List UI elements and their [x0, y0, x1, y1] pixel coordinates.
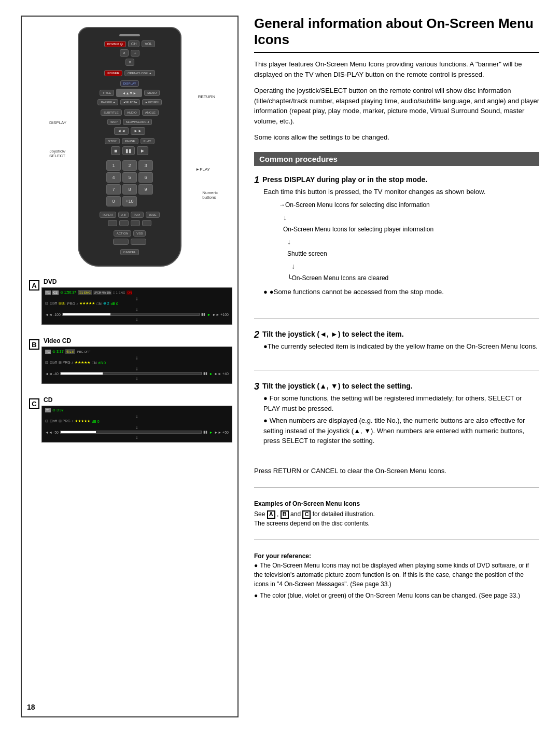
mode-btn[interactable]: MODE	[146, 212, 160, 218]
cd-time: ⊙ 3:37	[52, 408, 64, 412]
action-btn[interactable]: ACTION	[114, 230, 132, 237]
step-1-note: ●Some functions cannot be accessed from …	[263, 287, 539, 297]
play-label-btn: PLAY	[141, 138, 155, 144]
stop-btn[interactable]: ■	[111, 146, 120, 155]
joystick-label: Joystick/SELECT	[49, 149, 65, 158]
intro-paragraph-1: This player features On-Screen Menu Icon…	[254, 59, 539, 79]
btn-3[interactable]: 3	[138, 160, 153, 171]
return-btn[interactable]: ►RETURN	[142, 99, 162, 105]
ch-down-btn[interactable]: ∨	[125, 59, 134, 66]
step-1: 1 Press DISPLAY during play or in the st…	[254, 175, 539, 299]
cancel-label-bottom: CANCEL	[120, 249, 139, 255]
vss-sq[interactable]	[131, 239, 146, 245]
play-label: ►PLAY	[195, 167, 210, 172]
vcd-back: ◄◄ -40	[45, 372, 59, 376]
dvd-back: ◄◄ -100	[45, 313, 61, 316]
step-2-number: 2	[254, 330, 259, 339]
vcd-arrow2: ↓	[45, 366, 229, 371]
pause-btn[interactable]: ▮▮	[122, 146, 135, 155]
menu-btn[interactable]: MENU	[144, 90, 160, 96]
repeat-btn[interactable]: REPEAT	[100, 212, 116, 218]
vcd-row3: ◄◄ -40 ▮▮ ► ►► +40	[45, 371, 229, 376]
cd-play-ind: ►	[209, 431, 213, 434]
slow-search-btn[interactable]: SLOW/SEARCH	[123, 119, 152, 125]
btn-4[interactable]: 4	[106, 172, 121, 183]
display-btn[interactable]: DISPLAY	[120, 80, 139, 87]
btn-10[interactable]: +10	[122, 196, 137, 206]
dvd-audio: ①1 ENG	[78, 290, 92, 295]
stop-label: STOP	[105, 138, 119, 144]
dvd-row3: ◄◄ -100 ▮▮ ► ►► +100	[45, 312, 229, 316]
page-title: General information about On-Screen Menu…	[254, 16, 539, 53]
dvd-stars: ★★★★★	[79, 301, 95, 306]
select-btn[interactable]: ■SELECT■	[120, 99, 140, 105]
joystick-control[interactable]: ◄▲▼►	[116, 89, 142, 97]
cd-db: dB 0	[92, 420, 99, 423]
repeat-sq[interactable]	[108, 220, 117, 226]
play-mode-btn[interactable]: PLAY	[131, 212, 143, 218]
flow-item-4: └On-Screen Menu Icons are cleared	[279, 273, 539, 284]
vcd-play-ind: ►	[209, 372, 213, 376]
vcd-row1: T1 ⊙ 3:37 ① L R PBC OFF	[45, 349, 229, 354]
dvd-sub: □ 1 ENG	[113, 291, 125, 294]
btn-7[interactable]: 7	[106, 184, 121, 195]
vcd-arrow1: ↓	[45, 355, 229, 361]
for-ref-title: For your reference:	[254, 551, 539, 561]
examples-screens: The screens depend on the disc contents.	[254, 520, 370, 527]
examples-title: Examples of On-Screen Menu Icons	[254, 499, 539, 508]
badge-c: C	[302, 510, 311, 519]
next-btn[interactable]: ►►	[131, 127, 145, 135]
play-sq[interactable]	[131, 220, 140, 226]
prev-btn[interactable]: ◄◄	[114, 127, 129, 135]
ch-btn[interactable]: CH	[128, 40, 139, 47]
step-3-body: For some functions, the setting will be …	[254, 393, 539, 446]
open-close-btn[interactable]: OPEN/CLOSE ▲	[124, 70, 155, 76]
power2-btn[interactable]: POWER	[104, 70, 122, 76]
left-panel: DISPLAY Joystick/SELECT RETURN ►PLAY Num…	[21, 16, 239, 717]
vol-plus-btn[interactable]: +	[131, 50, 139, 57]
step-3-number: 3	[254, 382, 259, 391]
step-1-body: Each time this button is pressed, the TV…	[254, 187, 539, 297]
subtitle-btn[interactable]: SUBTITLE	[101, 109, 122, 116]
page-number: 18	[27, 693, 232, 711]
action-sq[interactable]	[113, 239, 129, 245]
angle-btn[interactable]: ANGLE	[142, 109, 159, 116]
vcd-prg: ⊞ PRG ♪	[59, 361, 74, 365]
cd-prg: ⊞ PRG ♪	[59, 419, 74, 423]
btn-6[interactable]: 6	[138, 172, 153, 183]
flow-arrow-3: ↓	[279, 260, 539, 273]
audio-btn[interactable]: AUDIO	[124, 109, 140, 116]
ab-btn[interactable]: A-B	[118, 212, 129, 218]
cd-repeat: ⊡	[45, 419, 48, 423]
power-btn[interactable]: POWER ⏻	[104, 41, 126, 47]
btn-2[interactable]: 2	[122, 160, 137, 171]
dvd-screen-wrapper: A DVD T1 C1 ⊙ 1:56:37 ①1 ENG LPCM 48k 16…	[41, 278, 232, 327]
step-1-title: 1 Press DISPLAY during play or in the st…	[254, 175, 539, 185]
step-3-text: Tilt the joystick (▲, ▼) to select the s…	[262, 382, 413, 390]
btn-1[interactable]: 1	[106, 160, 121, 171]
videocd-label: B	[29, 339, 39, 350]
vol-btn[interactable]: VOL	[142, 40, 155, 47]
dvd-arrow3: ↓	[45, 316, 229, 322]
mode-sq[interactable]	[142, 220, 151, 226]
btn-8[interactable]: 8	[122, 184, 137, 195]
title-btn[interactable]: TITLE	[100, 90, 114, 96]
examples-section: Examples of On-Screen Menu Icons See A ,…	[254, 499, 539, 528]
play-btn[interactable]: ►	[137, 146, 148, 155]
for-ref-section: For your reference: The On-Screen Menu I…	[254, 551, 539, 602]
ch-up-btn[interactable]: ∧	[120, 49, 129, 57]
vss-btn[interactable]: VSS	[133, 230, 146, 237]
btn-0[interactable]: 0	[106, 196, 121, 206]
ab-sq[interactable]	[119, 220, 129, 226]
examples-body: See A , B and C for detailed illustratio…	[254, 509, 539, 528]
marker-btn[interactable]: MARKER ◄	[97, 99, 118, 105]
btn-9[interactable]: 9	[138, 184, 153, 195]
remote-container: DISPLAY Joystick/SELECT RETURN ►PLAY Num…	[27, 22, 232, 272]
videocd-title: Video CD	[44, 337, 232, 344]
cd-pause-ind: ▮▮	[203, 430, 207, 434]
skip-btn[interactable]: SKIP	[107, 119, 121, 125]
vcd-pbc: PBC OFF	[77, 350, 90, 353]
cd-arrow2: ↓	[45, 424, 229, 430]
vcd-arrow3: ↓	[45, 376, 229, 381]
btn-5[interactable]: 5	[122, 172, 137, 183]
